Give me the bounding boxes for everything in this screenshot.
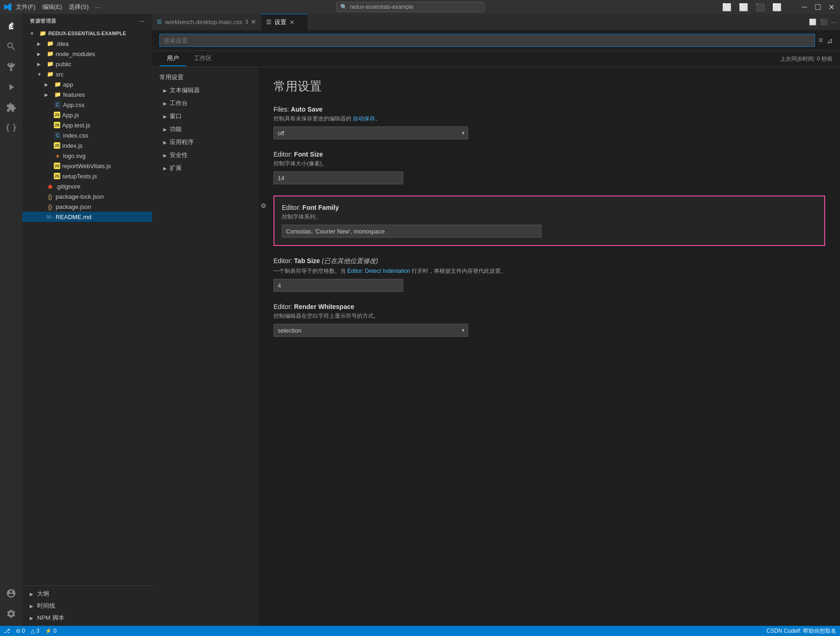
font-size-bold: Font Size [294,151,323,158]
title-bar: 文件(F) 编辑(E) 选择(S) ··· 🔍 redux-essentials… [0,0,840,14]
filter-list-icon[interactable]: ≡ [819,36,823,45]
tab-size-input[interactable] [274,279,403,292]
activity-run[interactable] [3,79,19,95]
errors-badge[interactable]: ⊘ 0 [16,628,25,634]
activity-json[interactable] [3,120,19,136]
font-size-label: Editor: Font Size [274,151,825,158]
tab-user[interactable]: 用户 [159,51,186,66]
tree-node-modules[interactable]: ▶ 📁 node_modules [22,49,152,59]
tree-app[interactable]: ▶ 📁 app [22,79,152,89]
tab-workbench-css[interactable]: C workbench.desktop.main.css 3 ✕ [152,14,261,30]
activity-settings[interactable] [3,605,19,622]
tree-logo-svg[interactable]: ▶ ◈ logo.svg [22,151,152,161]
tab-settings[interactable]: ☰ 设置 ✕ [261,14,308,30]
split-icon[interactable]: ⬜ [737,3,750,12]
tree-index-css[interactable]: ▶ C index.css [22,130,152,140]
tree-report-webvitals[interactable]: ▶ JS reportWebVitals.js [22,161,152,171]
info-badge[interactable]: ⚡ 0 [45,628,57,634]
js-file-icon: JS [54,122,60,128]
render-whitespace-select[interactable]: none boundary selection trailing all [274,324,468,337]
nav-text-editor[interactable]: ▶ 文本编辑器 [152,84,259,97]
outline-panel[interactable]: ▶ 大纲 [22,588,152,600]
expand-icon: ▶ [30,604,33,609]
tree-idea[interactable]: ▶ 📁 .idea [22,38,152,49]
nav-workbench-label: 工作台 [170,99,188,107]
nav-workbench[interactable]: ▶ 工作台 [152,97,259,110]
auto-save-select[interactable]: off afterDelay onFocusChange onWindowCha… [274,126,468,139]
render-whitespace-bold: Render Whitespace [294,303,354,310]
nav-common-settings[interactable]: 常用设置 [152,71,259,84]
maximize-button[interactable]: ☐ [813,3,823,12]
collapse-arrow-icon: ▶ [37,51,45,57]
split-editor-icon[interactable]: ⬜ [809,19,816,25]
activity-source-control[interactable] [3,58,19,75]
tab-workspace[interactable]: 工作区 [186,51,219,66]
settings-content: ≡ ⊿ 用户 工作区 上次同步时间: 0 秒前 常用设置 [152,30,840,626]
menu-edit[interactable]: 编辑(E) [42,3,62,11]
filter-icon[interactable]: ⊿ [827,36,833,45]
customize-icon[interactable]: ⬜ [770,3,783,12]
tree-app-test-js[interactable]: ▶ JS App.test.js [22,120,152,130]
activity-search[interactable] [3,38,19,55]
settings-search-input[interactable] [159,34,815,47]
menu-select[interactable]: 选择(S) [69,3,89,11]
activity-extensions[interactable] [3,99,19,116]
tab-size-bold: Tab Size [294,257,320,264]
panel-icon[interactable]: ⬛ [754,3,767,12]
collapse-arrow-icon: ▶ [45,92,52,97]
tree-setup-tests[interactable]: ▶ JS setupTests.js [22,171,152,181]
nav-features[interactable]: ▶ 功能 [152,123,259,136]
tree-root[interactable]: ▼ 📁 REDUX-ESSENTIALS-EXAMPLE [22,28,152,38]
tab-close-button[interactable]: ✕ [251,18,256,25]
font-family-desc: 控制字体系列。 [282,213,817,221]
close-button[interactable]: ✕ [827,3,836,12]
tree-index-js-label: index.js [62,142,83,149]
tree-src[interactable]: ▼ 📁 src [22,69,152,79]
setting-editor-tab-size: Editor: Tab Size (已在其他位置修改) 一个制表符等于的空格数。… [274,257,825,292]
font-family-input[interactable] [282,225,541,238]
tree-features[interactable]: ▶ 📁 features [22,89,152,100]
layout-icon[interactable]: ⬜ [720,3,733,12]
tree-index-js[interactable]: ▶ JS index.js [22,140,152,151]
nav-security[interactable]: ▶ 安全性 [152,149,259,162]
warnings-badge[interactable]: △ 3 [31,628,39,634]
npm-scripts-panel[interactable]: ▶ NPM 脚本 [22,612,152,624]
tree-package-lock[interactable]: ▶ {} package-lock.json [22,191,152,202]
gear-setting-icon[interactable]: ⚙ [261,202,267,209]
detect-indent-link[interactable]: Editor: Detect Indentation [347,268,410,274]
tree-package-json[interactable]: ▶ {} package.json [22,202,152,212]
setting-files-auto-save: Files: Auto Save 控制具有未保存更改的编辑器的 自动保存。 of… [274,106,825,139]
tree-readme-md[interactable]: ▶ M↓ README.md [22,212,152,222]
timeline-panel[interactable]: ▶ 时间线 [22,600,152,612]
tree-gitignore-label: .gitignore [56,183,80,190]
activity-account[interactable] [3,585,19,602]
tree-public[interactable]: ▶ 📁 public [22,59,152,69]
tab-settings-close-button[interactable]: ✕ [289,19,295,26]
tab-badge: 3 [245,19,248,25]
render-whitespace-label: Editor: Render Whitespace [274,303,825,310]
folder-icon: 📁 [46,70,54,78]
toggle-panel-icon[interactable]: ⬛ [820,19,827,25]
auto-save-link[interactable]: 自动保存 [353,115,375,122]
settings-search-bar: ≡ ⊿ [152,30,840,51]
minimize-button[interactable]: ─ [800,3,809,11]
menu-more[interactable]: ··· [95,4,100,11]
tree-app-js[interactable]: ▶ JS App.js [22,110,152,120]
nav-extensions[interactable]: ▶ 扩展 [152,162,259,175]
nav-application[interactable]: ▶ 应用程序 [152,136,259,149]
activity-explorer[interactable] [3,18,19,34]
menu-file[interactable]: 文件(F) [16,3,36,11]
title-search-box[interactable]: 🔍 redux-essentials-example [336,2,484,12]
tree-gitignore[interactable]: ▶ ◆ .gitignore [22,181,152,191]
editor-more-icon[interactable]: ··· [831,19,836,25]
menu-bar[interactable]: 文件(F) 编辑(E) 选择(S) ··· [16,3,100,11]
font-size-input[interactable] [274,171,403,184]
nav-window-label: 窗口 [170,112,182,120]
sidebar-more-icon[interactable]: ··· [140,19,145,24]
tree-app-css[interactable]: ▶ C App.css [22,100,152,110]
git-branch-icon: ⎇ [4,628,10,634]
tree-public-label: public [56,61,71,68]
nav-window[interactable]: ▶ 窗口 [152,110,259,123]
render-whitespace-prefix: Editor: [274,303,294,310]
css-file-icon: C [54,101,61,108]
